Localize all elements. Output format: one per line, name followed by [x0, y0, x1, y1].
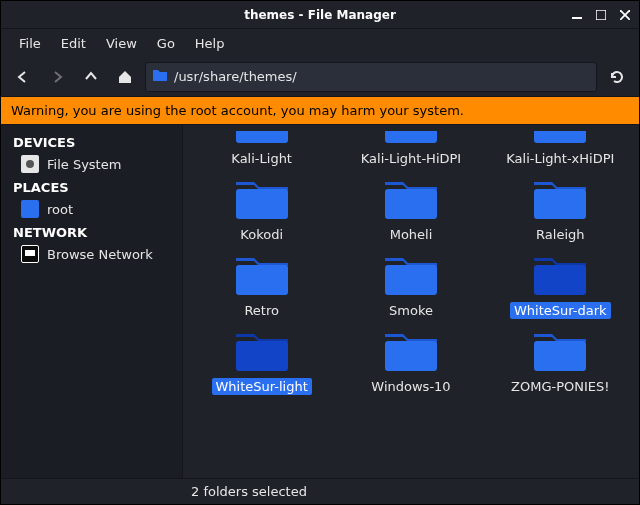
menu-edit[interactable]: Edit: [53, 32, 94, 55]
path-text: /usr/share/themes/: [174, 69, 590, 84]
folder-item[interactable]: Retro: [189, 249, 334, 319]
folder-item[interactable]: Windows-10: [338, 325, 483, 395]
svg-rect-12: [236, 265, 288, 295]
folder-label: WhiteSur-dark: [510, 302, 611, 319]
svg-rect-11: [534, 189, 586, 219]
folder-icon: [232, 131, 292, 147]
sidebar-item-label: Browse Network: [47, 247, 153, 262]
folder-item[interactable]: Kali-Light-xHiDPI: [488, 127, 633, 167]
sidebar-item-filesystem[interactable]: File System: [1, 152, 182, 176]
svg-rect-9: [236, 189, 288, 219]
svg-rect-13: [385, 265, 437, 295]
sidebar-item-root[interactable]: root: [1, 197, 182, 221]
menu-help[interactable]: Help: [187, 32, 233, 55]
folder-label: Windows-10: [367, 378, 454, 395]
svg-rect-14: [534, 265, 586, 295]
svg-rect-17: [534, 341, 586, 371]
folder-item[interactable]: Kali-Light: [189, 127, 334, 167]
menu-go[interactable]: Go: [149, 32, 183, 55]
folder-icon: [530, 253, 590, 299]
folder-item[interactable]: ZOMG-PONIES!: [488, 325, 633, 395]
folder-icon: [381, 253, 441, 299]
folder-view[interactable]: Kali-LightKali-Light-HiDPIKali-Light-xHi…: [183, 125, 639, 478]
svg-point-4: [26, 160, 34, 168]
sidebar-item-browse-network[interactable]: Browse Network: [1, 242, 182, 266]
path-input[interactable]: /usr/share/themes/: [145, 62, 597, 92]
svg-rect-15: [236, 341, 288, 371]
close-icon[interactable]: [617, 7, 633, 23]
folder-label: ZOMG-PONIES!: [507, 378, 613, 395]
sidebar-head-network: NETWORK: [1, 221, 182, 242]
menu-file[interactable]: File: [11, 32, 49, 55]
svg-rect-6: [236, 131, 288, 143]
minimize-icon[interactable]: [569, 7, 585, 23]
folder-icon: [381, 177, 441, 223]
window-controls: [569, 1, 633, 29]
folder-item[interactable]: Kali-Light-HiDPI: [338, 127, 483, 167]
svg-rect-10: [385, 189, 437, 219]
svg-rect-1: [596, 10, 606, 20]
toolbar: /usr/share/themes/: [1, 57, 639, 97]
window-title: themes - File Manager: [244, 8, 396, 22]
folder-label: Raleigh: [532, 226, 588, 243]
warning-banner: Warning, you are using the root account,…: [1, 97, 639, 125]
folder-label: Kokodi: [236, 226, 287, 243]
menubar: File Edit View Go Help: [1, 29, 639, 57]
folder-item[interactable]: WhiteSur-light: [189, 325, 334, 395]
folder-item[interactable]: Smoke: [338, 249, 483, 319]
folder-label: Kali-Light-HiDPI: [357, 150, 465, 167]
folder-icon: [530, 177, 590, 223]
maximize-icon[interactable]: [593, 7, 609, 23]
titlebar: themes - File Manager: [1, 1, 639, 29]
folder-item[interactable]: Raleigh: [488, 173, 633, 243]
disk-icon: [21, 155, 39, 173]
sidebar-item-label: root: [47, 202, 73, 217]
svg-rect-8: [534, 131, 586, 143]
network-icon: [21, 245, 39, 263]
folder-icon: [232, 329, 292, 375]
sidebar-head-places: PLACES: [1, 176, 182, 197]
folder-item[interactable]: Kokodi: [189, 173, 334, 243]
sidebar-head-devices: DEVICES: [1, 131, 182, 152]
reload-button[interactable]: [603, 63, 631, 91]
menu-view[interactable]: View: [98, 32, 145, 55]
folder-icon: [381, 329, 441, 375]
home-button[interactable]: [111, 63, 139, 91]
forward-button[interactable]: [43, 63, 71, 91]
folder-item[interactable]: Moheli: [338, 173, 483, 243]
folder-item[interactable]: WhiteSur-dark: [488, 249, 633, 319]
folder-icon: [530, 329, 590, 375]
svg-rect-7: [385, 131, 437, 143]
svg-rect-16: [385, 341, 437, 371]
folder-icon: [381, 131, 441, 147]
folder-label: Retro: [240, 302, 283, 319]
sidebar: DEVICES File System PLACES root NETWORK …: [1, 125, 183, 478]
folder-icon: [152, 68, 168, 85]
status-text: 2 folders selected: [191, 484, 307, 499]
up-button[interactable]: [77, 63, 105, 91]
svg-rect-5: [25, 250, 35, 256]
folder-icon: [232, 253, 292, 299]
folder-label: WhiteSur-light: [212, 378, 312, 395]
folder-label: Moheli: [386, 226, 437, 243]
folder-label: Kali-Light-xHiDPI: [502, 150, 618, 167]
sidebar-item-label: File System: [47, 157, 121, 172]
svg-rect-0: [572, 17, 582, 19]
folder-icon: [21, 200, 39, 218]
folder-icon: [530, 131, 590, 147]
folder-icon: [232, 177, 292, 223]
folder-label: Smoke: [385, 302, 437, 319]
statusbar: 2 folders selected: [1, 478, 639, 504]
folder-label: Kali-Light: [227, 150, 296, 167]
back-button[interactable]: [9, 63, 37, 91]
